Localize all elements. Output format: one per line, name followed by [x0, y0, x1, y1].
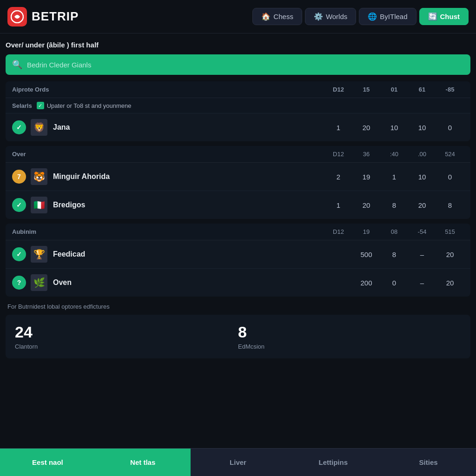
data-col-1: 500: [352, 251, 380, 258]
group2-col1: 36: [352, 151, 380, 158]
bottom-nav-item-eest[interactable]: Eest naol: [0, 448, 95, 476]
team-name: Jana: [53, 123, 324, 132]
chess-icon: 🏠: [261, 12, 271, 21]
team-name: Feedicad: [53, 250, 324, 258]
subheader-check: ✓ Upater or To8 st and younmene: [37, 102, 132, 109]
nav-tabs: 🏠 Chess ⚙️ Worlds 🌐 ByITlead 🔄 Chust: [252, 8, 469, 25]
stats-row: 24 Clantorn 8 EdMcsion: [6, 315, 470, 358]
team-logo: 🐯: [31, 168, 47, 185]
data-col-3: –: [408, 279, 436, 287]
group3-header: Aubinim D12 19 08 -54 515: [6, 224, 470, 240]
main-content: Over/ under (âbile ) first half 🔍 Aiprot…: [0, 33, 476, 373]
data-col-0: 1: [324, 201, 352, 209]
group3-col4: 515: [436, 228, 464, 235]
search-bar[interactable]: 🔍: [6, 54, 470, 75]
group2-col4: 524: [436, 151, 464, 158]
bottom-nav-item-liver[interactable]: Liver: [191, 448, 286, 476]
table-row[interactable]: ✓ 🏆 Feedicad 500 8 – 20: [6, 240, 470, 269]
group3-table: Aubinim D12 19 08 -54 515 ✓ 🏆 Feedicad 5…: [6, 224, 470, 297]
data-col-2: 0: [380, 279, 408, 287]
group1-table: Aiprote Ords D12 15 01 61 -85 Selarls ✓ …: [6, 81, 470, 141]
data-col-0: 1: [324, 124, 352, 132]
data-col-3: 10: [408, 124, 436, 132]
subheader-label: Selarls: [12, 102, 32, 109]
row-status-check: ✓: [12, 120, 26, 134]
table-row[interactable]: ? 🌿 Oven 200 0 – 20: [6, 269, 470, 297]
row-status-y: ✓: [12, 247, 26, 261]
subheader-check-text: Upater or To8 st and younmene: [47, 102, 132, 109]
bottom-nav-item-lettipins[interactable]: Lettipins: [285, 448, 381, 476]
data-col-1: 20: [352, 201, 380, 209]
group2-col0: D12: [324, 151, 352, 158]
group1-header: Aiprote Ords D12 15 01 61 -85: [6, 81, 470, 98]
byitlead-label: ByITlead: [380, 13, 407, 20]
logo-text: BETRIP: [32, 9, 79, 24]
row-status-number: 7: [12, 170, 26, 184]
group1-col3: 61: [408, 86, 436, 93]
data-col-3: –: [408, 251, 436, 258]
chess-label: Chess: [273, 13, 293, 20]
row-status-question: ?: [12, 276, 26, 290]
data-col-0: 2: [324, 173, 352, 181]
team-logo: 🏆: [31, 246, 47, 263]
data-col-3: 20: [408, 201, 436, 209]
data-col-4: 20: [436, 251, 464, 258]
bottom-nav-label-liver: Liver: [230, 458, 246, 466]
search-input[interactable]: [27, 61, 464, 69]
header: BETRIP 🏠 Chess ⚙️ Worlds 🌐 ByITlead 🔄 Ch…: [0, 0, 476, 33]
group2-header-label: Over: [12, 151, 324, 158]
bottom-nav-label-eest: Eest naol: [32, 458, 63, 466]
group1-col1: 15: [352, 86, 380, 93]
table-row[interactable]: ✓ 🇮🇹 Bredigos 1 20 8 20 8: [6, 191, 470, 219]
data-col-1: 20: [352, 124, 380, 132]
group3-header-label: Aubinim: [12, 228, 324, 235]
search-icon: 🔍: [12, 60, 22, 70]
group3-col0: D12: [324, 228, 352, 235]
stat-number-1: 8: [238, 323, 461, 341]
group2-table: Over D12 36 :40 .00 524 7 🐯 Minguir Ahor…: [6, 146, 470, 219]
section-title: Over/ under (âbile ) first half: [6, 41, 470, 49]
data-col-2: 8: [380, 251, 408, 258]
group1-header-label: Aiprote Ords: [12, 86, 324, 93]
stat-item-0: 24 Clantorn: [15, 323, 238, 350]
bottom-nav: Eest naol Net tlas Liver Lettipins Sitie…: [0, 448, 476, 476]
logo-container: BETRIP: [7, 7, 79, 26]
data-col-4: 8: [436, 201, 464, 209]
group1-col4: -85: [436, 86, 464, 93]
bottom-label: For Butrnidest lobal optores edfictures: [7, 303, 470, 310]
bottom-nav-label-sities: Sities: [419, 458, 438, 466]
bottom-nav-item-sities[interactable]: Sities: [381, 448, 476, 476]
data-col-4: 0: [436, 124, 464, 132]
table-row[interactable]: ✓ 🦁 Jana 1 20 10 10 0: [6, 113, 470, 141]
nav-tab-chess[interactable]: 🏠 Chess: [252, 8, 302, 25]
data-col-2: 8: [380, 201, 408, 209]
data-col-1: 200: [352, 279, 380, 287]
group3-col2: 08: [380, 228, 408, 235]
data-col-3: 10: [408, 173, 436, 181]
stat-desc-1: EdMcsion: [238, 343, 461, 350]
worlds-icon: ⚙️: [314, 12, 323, 21]
team-logo: 🦁: [31, 119, 47, 136]
worlds-label: Worlds: [326, 13, 347, 20]
bottom-nav-item-net[interactable]: Net tlas: [95, 448, 191, 476]
nav-tab-chust[interactable]: 🔄 Chust: [419, 8, 469, 25]
nav-tab-byitlead[interactable]: 🌐 ByITlead: [359, 8, 416, 25]
team-name: Minguir Ahorida: [53, 172, 324, 181]
byitlead-icon: 🌐: [368, 12, 377, 21]
check-box-icon: ✓: [37, 102, 44, 109]
group1-col0: D12: [324, 86, 352, 93]
table-row[interactable]: 7 🐯 Minguir Ahorida 2 19 1 10 0: [6, 163, 470, 191]
chust-label: Chust: [440, 13, 460, 20]
group2-col2: :40: [380, 151, 408, 158]
team-logo: 🇮🇹: [31, 197, 47, 213]
nav-tab-worlds[interactable]: ⚙️ Worlds: [305, 8, 356, 25]
bottom-nav-label-net: Net tlas: [130, 458, 155, 466]
logo-icon: [7, 7, 27, 26]
bottom-nav-label-lettipins: Lettipins: [319, 458, 348, 466]
data-col-2: 1: [380, 173, 408, 181]
data-col-1: 19: [352, 173, 380, 181]
team-logo: 🌿: [31, 274, 47, 291]
data-col-4: 20: [436, 279, 464, 287]
data-col-2: 10: [380, 124, 408, 132]
team-name: Bredigos: [53, 201, 324, 209]
